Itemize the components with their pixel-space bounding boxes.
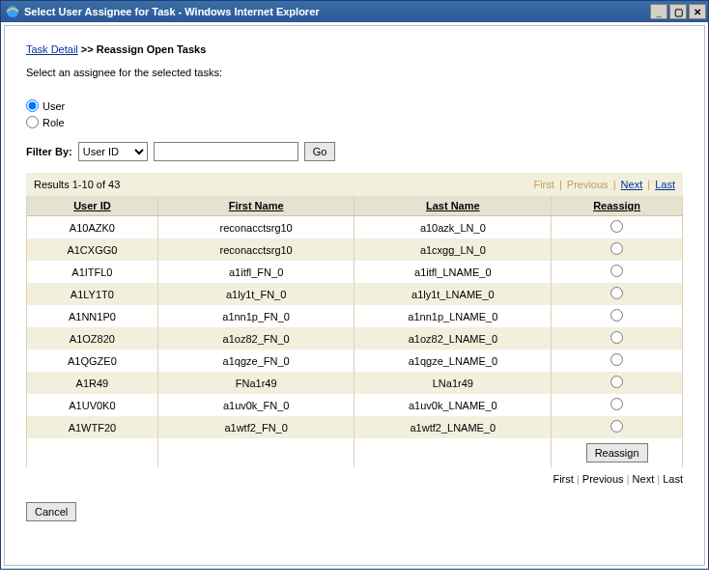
- cell-last-name: a1qgze_LNAME_0: [354, 350, 552, 372]
- close-button[interactable]: ✕: [689, 4, 706, 19]
- col-last-name[interactable]: Last Name: [354, 196, 552, 216]
- filter-field-select[interactable]: User ID: [78, 142, 148, 161]
- table-row: A1CXGG0reconacctsrg10a1cxgg_LN_0: [27, 238, 683, 261]
- reassign-radio[interactable]: [610, 220, 623, 233]
- results-table: User ID First Name Last Name Reassign A1…: [26, 196, 683, 467]
- cell-last-name: a1ly1t_LNAME_0: [354, 283, 552, 305]
- reassign-radio[interactable]: [610, 309, 623, 322]
- table-row: A1UV0K0a1uv0k_FN_0a1uv0k_LNAME_0: [27, 394, 683, 416]
- reassign-radio[interactable]: [610, 331, 623, 344]
- breadcrumb-current: Reassign Open Tasks: [97, 43, 207, 55]
- cell-reassign: [552, 305, 683, 327]
- window-title: Select User Assignee for Task - Windows …: [24, 6, 650, 17]
- browser-window: Select User Assignee for Task - Windows …: [0, 0, 709, 570]
- pager-first-bottom: First: [553, 473, 573, 485]
- cell-last-name: LNa1r49: [354, 372, 552, 394]
- cell-first-name: reconacctsrg10: [157, 238, 354, 261]
- cell-user-id: A1NN1P0: [27, 305, 158, 327]
- cell-user-id: A1QGZE0: [27, 350, 158, 372]
- reassign-radio[interactable]: [610, 265, 623, 277]
- pager-first: First: [533, 179, 553, 190]
- cell-reassign: [552, 327, 683, 350]
- radio-user[interactable]: [26, 99, 39, 112]
- pager-last[interactable]: Last: [655, 179, 675, 190]
- window-controls: _ ▢ ✕: [650, 4, 706, 19]
- reassign-radio[interactable]: [610, 420, 623, 433]
- cell-first-name: a1uv0k_FN_0: [157, 394, 354, 416]
- cell-reassign: [552, 216, 683, 239]
- cell-reassign: [552, 394, 683, 416]
- cancel-button[interactable]: Cancel: [26, 502, 76, 521]
- reassign-radio[interactable]: [610, 287, 623, 299]
- pager-previous: Previous: [567, 179, 609, 190]
- filter-label: Filter By:: [26, 146, 72, 157]
- cell-first-name: a1wtf2_FN_0: [157, 416, 354, 438]
- cell-reassign: [552, 283, 683, 305]
- pager-bottom: First | Previous | Next | Last: [26, 473, 683, 485]
- cell-first-name: reconacctsrg10: [157, 216, 354, 239]
- reassign-radio[interactable]: [610, 376, 623, 388]
- radio-role[interactable]: [26, 116, 39, 128]
- cell-reassign: [552, 350, 683, 372]
- cell-last-name: a1nn1p_LNAME_0: [354, 305, 552, 327]
- table-row: A1LY1T0a1ly1t_FN_0a1ly1t_LNAME_0: [27, 283, 683, 305]
- table-row: A1R49FNa1r49LNa1r49: [27, 372, 683, 394]
- cell-user-id: A1UV0K0: [27, 394, 158, 416]
- table-row: A1WTF20a1wtf2_FN_0a1wtf2_LNAME_0: [27, 416, 683, 438]
- col-first-name[interactable]: First Name: [157, 196, 354, 216]
- cell-user-id: A10AZK0: [27, 216, 158, 239]
- cell-user-id: A1ITFL0: [27, 261, 158, 283]
- pager-last-bottom[interactable]: Last: [663, 473, 683, 485]
- reassign-radio[interactable]: [610, 398, 623, 410]
- minimize-button[interactable]: _: [650, 4, 667, 19]
- titlebar: Select User Assignee for Task - Windows …: [1, 1, 708, 22]
- radio-role-label: Role: [43, 117, 65, 128]
- filter-bar: Filter By: User ID Go: [26, 142, 683, 161]
- col-user-id[interactable]: User ID: [27, 196, 158, 216]
- go-button[interactable]: Go: [304, 142, 336, 161]
- cell-first-name: a1qgze_FN_0: [157, 350, 354, 372]
- cell-first-name: a1nn1p_FN_0: [157, 305, 354, 327]
- results-summary: Results 1-10 of 43: [34, 179, 120, 190]
- cell-last-name: a1itfl_LNAME_0: [354, 261, 552, 283]
- cell-user-id: A1WTF20: [27, 416, 158, 438]
- cell-user-id: A1LY1T0: [27, 283, 158, 305]
- cell-first-name: FNa1r49: [157, 372, 354, 394]
- ie-icon: [5, 4, 20, 19]
- reassign-button[interactable]: Reassign: [586, 443, 648, 462]
- reassign-radio[interactable]: [610, 242, 623, 255]
- cell-reassign: [552, 372, 683, 394]
- maximize-button[interactable]: ▢: [669, 4, 687, 19]
- cell-last-name: a1oz82_LNAME_0: [354, 327, 552, 350]
- breadcrumb-task-detail[interactable]: Task Detail: [26, 43, 78, 55]
- cell-first-name: a1ly1t_FN_0: [157, 283, 354, 305]
- results-band-top: Results 1-10 of 43 First | Previous | Ne…: [26, 173, 683, 196]
- pager-previous-bottom: Previous: [582, 473, 624, 485]
- table-row: A1NN1P0a1nn1p_FN_0a1nn1p_LNAME_0: [27, 305, 683, 327]
- cell-last-name: a10azk_LN_0: [354, 216, 552, 239]
- radio-user-label: User: [43, 100, 65, 112]
- breadcrumb: Task Detail >> Reassign Open Tasks: [26, 43, 683, 55]
- cell-last-name: a1cxgg_LN_0: [354, 238, 552, 261]
- table-row: A1OZ820a1oz82_FN_0a1oz82_LNAME_0: [27, 327, 683, 350]
- pager-top: First | Previous | Next | Last: [533, 179, 675, 190]
- pager-next-bottom[interactable]: Next: [633, 473, 655, 485]
- cell-user-id: A1CXGG0: [27, 238, 158, 261]
- col-reassign: Reassign: [552, 196, 683, 216]
- cell-first-name: a1itfl_FN_0: [157, 261, 354, 283]
- table-row: A1ITFL0a1itfl_FN_0a1itfl_LNAME_0: [27, 261, 683, 283]
- assignee-type-group: User Role: [26, 99, 683, 128]
- cell-reassign: [552, 238, 683, 261]
- pager-next[interactable]: Next: [621, 179, 643, 190]
- breadcrumb-sep: >>: [81, 43, 94, 55]
- cell-first-name: a1oz82_FN_0: [157, 327, 354, 350]
- cell-reassign: [552, 261, 683, 283]
- filter-value-input[interactable]: [154, 142, 298, 161]
- cell-last-name: a1uv0k_LNAME_0: [354, 394, 552, 416]
- reassign-radio[interactable]: [610, 353, 623, 366]
- table-row: A1QGZE0a1qgze_FN_0a1qgze_LNAME_0: [27, 350, 683, 372]
- cell-user-id: A1R49: [27, 372, 158, 394]
- cell-user-id: A1OZ820: [27, 327, 158, 350]
- table-row: A10AZK0reconacctsrg10a10azk_LN_0: [27, 216, 683, 239]
- cell-last-name: a1wtf2_LNAME_0: [354, 416, 552, 438]
